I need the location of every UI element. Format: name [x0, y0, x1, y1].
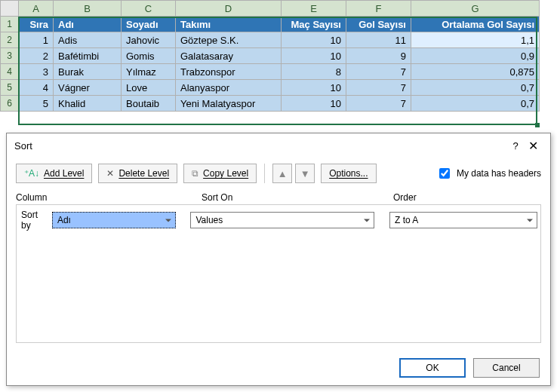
delete-icon: ✕: [106, 168, 114, 179]
cell-A3[interactable]: 2: [19, 48, 54, 64]
toolbar-divider: [264, 164, 265, 183]
headers-label: My data has headers: [457, 168, 541, 179]
cell-C5[interactable]: Love: [122, 80, 176, 96]
cell-B4[interactable]: Burak: [54, 64, 122, 80]
cell-C2[interactable]: Jahovic: [122, 32, 176, 48]
col-D[interactable]: D: [176, 1, 282, 17]
help-button[interactable]: ?: [508, 140, 523, 152]
headers-checkbox[interactable]: [439, 168, 450, 179]
dialog-toolbar: ⁺A↓ Add Level ✕ Delete Level ⧉ Copy Leve…: [7, 158, 550, 189]
add-level-label: Add Level: [44, 168, 84, 179]
cell-G6[interactable]: 0,7: [411, 96, 540, 112]
dialog-title: Sort: [14, 140, 508, 152]
cell-A2[interactable]: 1: [19, 32, 54, 48]
copy-icon: ⧉: [192, 168, 198, 179]
cell-F1[interactable]: Gol Sayısı: [346, 17, 411, 32]
sort-row: Sort by: [20, 210, 537, 231]
col-F[interactable]: F: [346, 1, 411, 17]
order-select[interactable]: [389, 212, 537, 228]
cell-F6[interactable]: 7: [346, 96, 411, 112]
cell-E5[interactable]: 10: [282, 80, 346, 96]
cell-C6[interactable]: Boutaib: [122, 96, 176, 112]
col-C[interactable]: C: [122, 1, 176, 17]
cell-G3[interactable]: 0,9: [411, 48, 540, 64]
cell-D2[interactable]: Göztepe S.K.: [176, 32, 282, 48]
cell-D1[interactable]: Takımı: [176, 17, 282, 32]
cell-D4[interactable]: Trabzonspor: [176, 64, 282, 80]
cell-A5[interactable]: 4: [19, 80, 54, 96]
sortby-label: Sort by: [20, 210, 46, 231]
cell-E6[interactable]: 10: [282, 96, 346, 112]
sort-grid-header: Column Sort On Order: [7, 189, 550, 204]
ok-button[interactable]: OK: [399, 358, 466, 378]
cell-B1[interactable]: Adı: [54, 17, 122, 32]
cell-G1[interactable]: Ortalama Gol Sayısı: [411, 17, 540, 32]
close-button[interactable]: ✕: [523, 139, 543, 153]
row-4[interactable]: 4: [1, 64, 19, 80]
cell-F4[interactable]: 7: [346, 64, 411, 80]
col-E[interactable]: E: [282, 1, 346, 17]
col-sorton-label: Sort On: [202, 192, 393, 203]
cell-A6[interactable]: 5: [19, 96, 54, 112]
cell-E4[interactable]: 8: [282, 64, 346, 80]
sort-rows-area: Sort by: [16, 204, 541, 343]
cell-A1[interactable]: Sıra: [19, 17, 54, 32]
delete-level-label: Delete Level: [118, 168, 169, 179]
row-6[interactable]: 6: [1, 96, 19, 112]
add-icon: ⁺A↓: [24, 168, 39, 179]
cell-G4[interactable]: 0,875: [411, 64, 540, 80]
move-down-button[interactable]: ▼: [295, 164, 315, 183]
selection-handle[interactable]: [535, 123, 540, 127]
cell-B5[interactable]: Vágner: [54, 80, 122, 96]
headers-checkbox-wrap[interactable]: My data has headers: [436, 166, 541, 181]
select-all-corner[interactable]: [1, 1, 19, 17]
options-button[interactable]: Options...: [321, 164, 376, 183]
copy-level-label: Copy Level: [203, 168, 248, 179]
copy-level-button[interactable]: ⧉ Copy Level: [183, 164, 257, 183]
sort-dialog: Sort ? ✕ ⁺A↓ Add Level ✕ Delete Level ⧉ …: [6, 133, 551, 386]
cell-C1[interactable]: Soyadı: [122, 17, 176, 32]
cell-E1[interactable]: Maç Sayısı: [282, 17, 346, 32]
col-A[interactable]: A: [19, 1, 54, 17]
cancel-button[interactable]: Cancel: [473, 358, 540, 378]
cell-G5[interactable]: 0,7: [411, 80, 540, 96]
cell-B6[interactable]: Khalid: [54, 96, 122, 112]
cell-D5[interactable]: Alanyaspor: [176, 80, 282, 96]
cell-E2[interactable]: 10: [282, 32, 346, 48]
col-G[interactable]: G: [411, 1, 540, 17]
row-2[interactable]: 2: [1, 32, 19, 48]
cell-D6[interactable]: Yeni Malatyaspor: [176, 96, 282, 112]
spreadsheet-grid[interactable]: A B C D E F G 1 Sıra Adı Soyadı Takımı M…: [0, 0, 540, 112]
cell-E3[interactable]: 10: [282, 48, 346, 64]
cell-A4[interactable]: 3: [19, 64, 54, 80]
options-label: Options...: [329, 168, 368, 179]
col-column-label: Column: [16, 192, 202, 203]
cell-F2[interactable]: 11: [346, 32, 411, 48]
row-5[interactable]: 5: [1, 80, 19, 96]
col-B[interactable]: B: [54, 1, 122, 17]
delete-level-button[interactable]: ✕ Delete Level: [98, 164, 177, 183]
cell-C4[interactable]: Yılmaz: [122, 64, 176, 80]
cell-B2[interactable]: Adis: [54, 32, 122, 48]
row-3[interactable]: 3: [1, 48, 19, 64]
cell-D3[interactable]: Galatasaray: [176, 48, 282, 64]
cell-F3[interactable]: 9: [346, 48, 411, 64]
move-up-button[interactable]: ▲: [272, 164, 292, 183]
cell-C3[interactable]: Gomis: [122, 48, 176, 64]
col-order-label: Order: [393, 192, 541, 203]
cell-F5[interactable]: 7: [346, 80, 411, 96]
row-1[interactable]: 1: [1, 17, 19, 32]
cell-G2[interactable]: 1,1: [411, 32, 540, 48]
sortby-select[interactable]: [52, 212, 176, 228]
sorton-select[interactable]: [190, 212, 374, 228]
cell-B3[interactable]: Bafétimbi: [54, 48, 122, 64]
add-level-button[interactable]: ⁺A↓ Add Level: [16, 164, 92, 183]
